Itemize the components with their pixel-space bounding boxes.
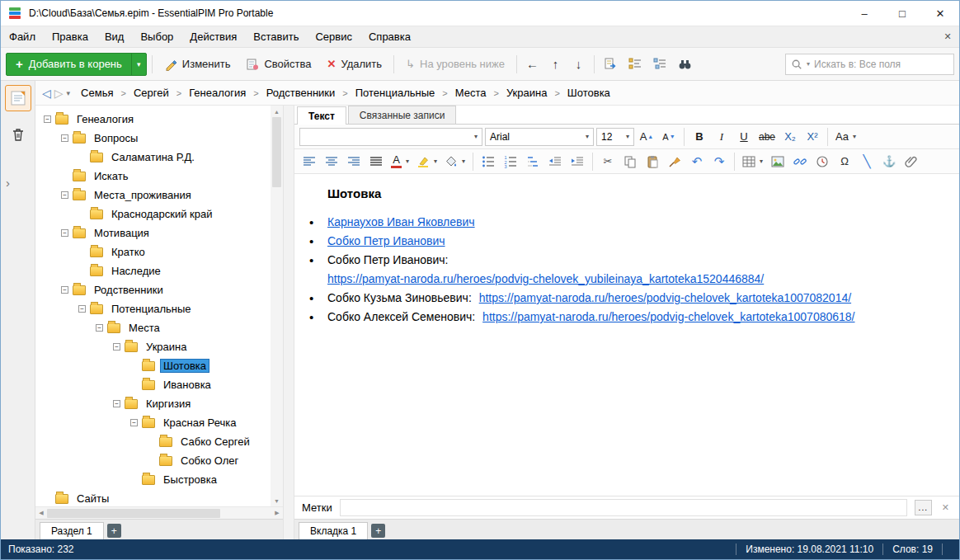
url-link[interactable]: https://pamyat-naroda.ru/heroes/podvig-c…	[327, 270, 951, 289]
level-down-button[interactable]: ↳ На уровень ниже	[399, 53, 511, 76]
bullet-list-button[interactable]	[478, 152, 498, 172]
search-input[interactable]: ▾ Искать в: Все поля	[785, 54, 954, 75]
change-case-button[interactable]: Aa▾	[833, 127, 859, 147]
tree-item-selected[interactable]: Шотовка	[40, 356, 266, 375]
add-section-button[interactable]: +	[107, 524, 121, 538]
align-left-button[interactable]	[299, 152, 319, 172]
nav-back-button[interactable]: ◁	[42, 87, 51, 100]
breadcrumb-item[interactable]: Шотовка	[566, 86, 612, 100]
attach-file-button[interactable]	[901, 152, 921, 172]
tree-item[interactable]: Быстровка	[40, 470, 266, 489]
tree-expander[interactable]: −	[78, 305, 86, 313]
tree-item[interactable]: −Места	[40, 318, 266, 337]
tree-item[interactable]: Кратко	[40, 242, 266, 261]
underline-button[interactable]: U	[734, 127, 754, 147]
tree-item[interactable]: −Места_проживания	[40, 186, 266, 205]
scroll-left-icon[interactable]: ◀	[35, 510, 47, 516]
cut-button[interactable]: ✂	[598, 152, 618, 172]
add-to-root-main[interactable]: + Добавить в корень	[7, 54, 131, 75]
increase-indent-button[interactable]	[567, 152, 587, 172]
tree-expander[interactable]: −	[61, 134, 68, 142]
scroll-right-icon[interactable]: ▶	[271, 510, 283, 516]
tree-expander[interactable]: −	[61, 191, 68, 199]
tree-item[interactable]: Сайты	[40, 489, 266, 506]
tags-clear-button[interactable]: ✕	[939, 502, 952, 513]
numbered-structure-button[interactable]	[649, 54, 671, 75]
tree-item[interactable]: −Красная Речка	[40, 413, 266, 432]
menu-actions[interactable]: Действия	[181, 26, 245, 47]
tree-expander[interactable]: −	[113, 400, 120, 407]
decrease-indent-button[interactable]	[545, 152, 565, 172]
menu-file[interactable]: Файл	[1, 26, 44, 47]
properties-button[interactable]: Свойства	[239, 53, 318, 76]
tree-item[interactable]: Искать	[40, 167, 266, 186]
tree-item[interactable]: −Потенциальные	[40, 299, 266, 318]
move-down-button[interactable]: ↓	[568, 54, 589, 75]
url-link[interactable]: https://pamyat-naroda.ru/heroes/podvig-c…	[482, 310, 854, 323]
menu-help[interactable]: Справка	[360, 26, 419, 47]
tree-vertical-scrollbar[interactable]: ▲ ▼	[271, 106, 283, 506]
italic-button[interactable]: I	[712, 127, 732, 147]
tab-related-records[interactable]: Связанные записи	[348, 106, 457, 124]
highlight-button[interactable]: ▾	[414, 152, 440, 172]
multilevel-list-button[interactable]	[523, 152, 543, 172]
breadcrumb-item[interactable]: Генеалогия	[187, 86, 247, 100]
tree-item[interactable]: Сабко Сергей	[40, 432, 266, 451]
minimize-button[interactable]: –	[845, 1, 883, 26]
breadcrumb-item[interactable]: Семья	[79, 86, 115, 100]
insert-datetime-button[interactable]	[812, 152, 832, 172]
font-family-select[interactable]: Arial ▾	[485, 128, 594, 146]
numbered-list-button[interactable]: 123	[501, 152, 520, 172]
find-button[interactable]	[674, 54, 696, 75]
insert-image-button[interactable]	[768, 152, 788, 172]
tab-text[interactable]: Текст	[297, 106, 346, 125]
notes-module-button[interactable]	[5, 85, 31, 111]
scroll-down-icon[interactable]: ▼	[274, 495, 280, 506]
font-size-select[interactable]: 12 ▾	[596, 128, 634, 146]
breadcrumb-item[interactable]: Потенциальные	[354, 86, 437, 100]
menu-service[interactable]: Сервис	[307, 26, 360, 47]
tags-input[interactable]	[340, 499, 907, 516]
tree-expander[interactable]: −	[61, 286, 68, 294]
trash-button[interactable]	[5, 121, 31, 148]
redo-button[interactable]: ↷	[709, 152, 729, 172]
move-up-button[interactable]: ↑	[545, 54, 566, 75]
align-center-button[interactable]	[322, 152, 341, 172]
tree-item[interactable]: Саламатина Р.Д.	[40, 148, 266, 167]
tree-item[interactable]: −Генеалогия	[40, 110, 266, 129]
scrollbar-thumb[interactable]	[272, 117, 281, 187]
font-color-button[interactable]: A ▾	[388, 152, 412, 172]
menu-edit[interactable]: Правка	[44, 26, 96, 47]
tree-item[interactable]: Краснодарский край	[40, 205, 266, 224]
grow-font-button[interactable]: A▲	[637, 127, 656, 147]
person-link[interactable]: Собко Петр Иванович	[327, 234, 445, 247]
person-link[interactable]: Карнаухов Иван Яковлевич	[327, 215, 475, 228]
insert-table-button[interactable]: ▾	[740, 152, 765, 172]
fill-color-button[interactable]: ▾	[442, 152, 468, 172]
close-button[interactable]: ✕	[921, 1, 959, 26]
delete-button[interactable]: ✕ Удалить	[321, 53, 389, 76]
scroll-up-icon[interactable]: ▲	[274, 106, 280, 117]
scrollbar-thumb[interactable]	[47, 509, 220, 518]
menu-view[interactable]: Вид	[96, 26, 133, 47]
undo-button[interactable]: ↶	[687, 152, 707, 172]
bold-button[interactable]: B	[689, 127, 709, 147]
insert-symbol-button[interactable]: Ω	[835, 152, 854, 172]
edit-button[interactable]: Изменить	[158, 53, 238, 76]
menu-insert[interactable]: Вставить	[245, 26, 307, 47]
menu-select[interactable]: Выбор	[132, 26, 181, 47]
tree-structure-button[interactable]	[624, 54, 647, 75]
tree-expander[interactable]: −	[61, 229, 68, 237]
tree-item[interactable]: −Родственники	[40, 280, 266, 299]
insert-link-button[interactable]	[790, 152, 810, 172]
maximize-button[interactable]: □	[883, 1, 921, 26]
tree-expander[interactable]: −	[113, 343, 120, 351]
tree-item[interactable]: −Мотивация	[40, 224, 266, 242]
nav-forward-button[interactable]: ▷	[54, 87, 64, 100]
section-tab[interactable]: Раздел 1	[40, 522, 104, 539]
tags-more-button[interactable]: ...	[915, 500, 932, 515]
align-right-button[interactable]	[344, 152, 364, 172]
search-scope-dropdown-icon[interactable]: ▾	[807, 60, 810, 68]
tree-item[interactable]: Ивановка	[40, 375, 266, 394]
add-note-tab-button[interactable]: +	[371, 524, 385, 538]
